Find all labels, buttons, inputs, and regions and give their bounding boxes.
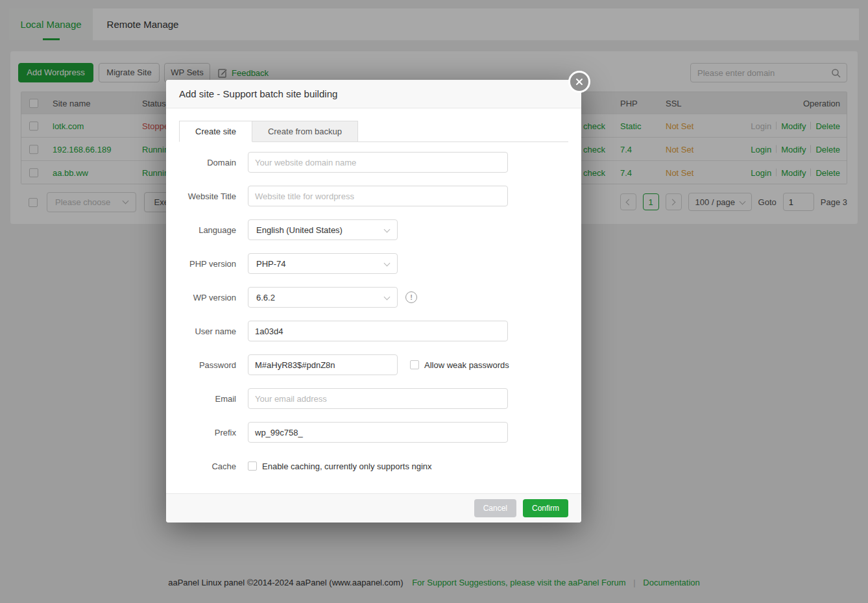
language-select[interactable]: English (United States) xyxy=(248,219,398,240)
user-name-label: User name xyxy=(166,326,248,336)
close-icon xyxy=(575,77,584,86)
php-version-label: PHP version xyxy=(166,259,248,269)
dialog-footer: Cancel Confirm xyxy=(166,493,581,523)
tab-create-site[interactable]: Create site xyxy=(179,121,252,142)
enable-caching-checkbox[interactable] xyxy=(248,461,257,471)
allow-weak-passwords-checkbox[interactable] xyxy=(410,360,419,369)
chevron-down-icon xyxy=(384,226,391,232)
tab-create-from-backup[interactable]: Create from backup xyxy=(252,121,358,142)
close-dialog-button[interactable] xyxy=(568,71,590,93)
dialog-header: Add site - Support batch site building xyxy=(166,80,581,108)
confirm-button[interactable]: Confirm xyxy=(523,499,568,517)
php-version-select[interactable]: PHP-74 xyxy=(248,253,398,274)
chevron-down-icon xyxy=(384,293,391,300)
wp-version-label: WP version xyxy=(166,293,248,302)
cache-label: Cache xyxy=(166,461,248,471)
chevron-down-icon xyxy=(384,260,391,266)
website-title-label: Website Title xyxy=(166,191,248,201)
cache-note: Enable caching, currently only supports … xyxy=(262,461,432,471)
create-site-form: Domain Website Title Language English (U… xyxy=(166,145,581,483)
cancel-button[interactable]: Cancel xyxy=(474,499,516,517)
user-name-input[interactable] xyxy=(248,321,508,341)
php-version-value: PHP-74 xyxy=(256,259,286,269)
password-input[interactable] xyxy=(248,354,398,375)
email-input[interactable] xyxy=(248,388,508,409)
domain-label: Domain xyxy=(166,158,248,167)
prefix-input[interactable] xyxy=(248,422,508,443)
wp-version-value: 6.6.2 xyxy=(256,293,275,302)
warning-icon: ! xyxy=(405,291,417,303)
prefix-label: Prefix xyxy=(166,428,248,437)
allow-weak-passwords-label: Allow weak passwords xyxy=(424,360,509,370)
website-title-input[interactable] xyxy=(248,186,508,206)
dialog-title: Add site - Support batch site building xyxy=(179,88,337,99)
email-label: Email xyxy=(166,394,248,404)
language-value: English (United States) xyxy=(256,225,343,235)
wp-version-select[interactable]: 6.6.2 xyxy=(248,287,398,308)
language-label: Language xyxy=(166,225,248,235)
domain-input[interactable] xyxy=(248,152,508,173)
dialog-tabs: Create site Create from backup xyxy=(179,121,568,142)
password-label: Password xyxy=(166,360,248,370)
add-site-dialog: Add site - Support batch site building C… xyxy=(166,80,581,523)
